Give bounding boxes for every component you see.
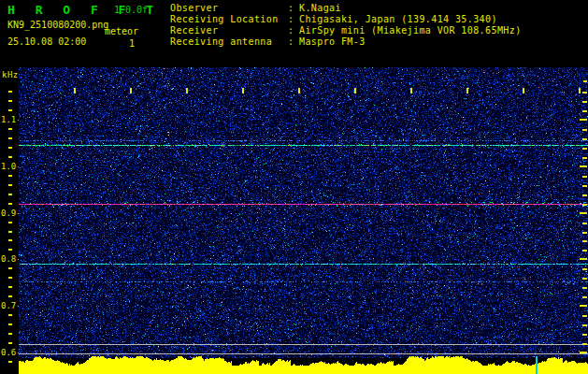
info-label: Receiving Location [170,14,288,25]
meteor-count-label: meteor [105,26,138,36]
info-label: Receiving antenna [170,36,288,48]
frequency-minor-tick [8,128,12,130]
frequency-minor-tick [8,267,12,269]
frequency-minor-tick [8,249,12,251]
frequency-minor-tick [8,314,12,316]
app-version: 1.0.0f [114,5,148,15]
info-label: Observer [170,3,288,14]
frequency-minor-tick [8,184,12,186]
info-value: K.Nagai [299,3,341,13]
frequency-minor-tick [8,147,12,149]
info-row-observer: Observer:K.Nagai [170,3,522,14]
frequency-minor-tick [8,91,12,93]
frequency-minor-tick [8,277,12,279]
frequency-minor-tick [8,361,12,363]
frequency-minor-tick [8,222,12,223]
frequency-minor-tick [8,324,12,325]
frequency-minor-tick [8,239,12,241]
info-value: Maspro FM-3 [299,36,366,47]
info-colon: : [288,25,299,36]
frequency-minor-tick [8,295,12,297]
spectrogram-canvas [19,65,588,374]
info-value: Chigasaki, Japan (139.414 35.340) [299,14,497,24]
info-colon: : [288,14,299,25]
frequency-minor-tick [8,333,12,335]
observation-timestamp: 25.10.08 02:00 [7,36,86,47]
info-colon: : [288,3,299,14]
frequency-minor-tick [8,194,12,195]
frequency-minor-tick [8,137,12,139]
frequency-axis-unit-label: kHz [2,70,19,79]
frequency-minor-tick [8,156,12,158]
info-row-antenna: Receiving antenna:Maspro FM-3 [170,36,522,48]
info-row-location: Receiving Location:Chigasaki, Japan (139… [170,14,522,25]
frequency-minor-tick [8,231,12,233]
hrofft-window: { "app": { "title": "H R O F F T", "vers… [0,0,588,374]
frequency-minor-tick [8,175,12,177]
frequency-minor-tick [8,203,12,205]
info-label: Receiver [170,25,288,36]
frequency-minor-tick [8,100,12,102]
frequency-minor-tick [8,342,12,344]
info-value: AirSpy mini (Miakejima VOR 108.65MHz) [299,25,522,36]
meteor-count-value: 1 [129,38,135,49]
frequency-minor-tick [8,109,12,111]
output-filename: KN9_2510080200.png [7,20,108,30]
observer-info-block: Observer:K.Nagai Receiving Location:Chig… [170,3,522,48]
frequency-minor-tick [8,286,12,288]
info-colon: : [288,36,299,48]
info-row-receiver: Receiver:AirSpy mini (Miakejima VOR 108.… [170,25,522,36]
